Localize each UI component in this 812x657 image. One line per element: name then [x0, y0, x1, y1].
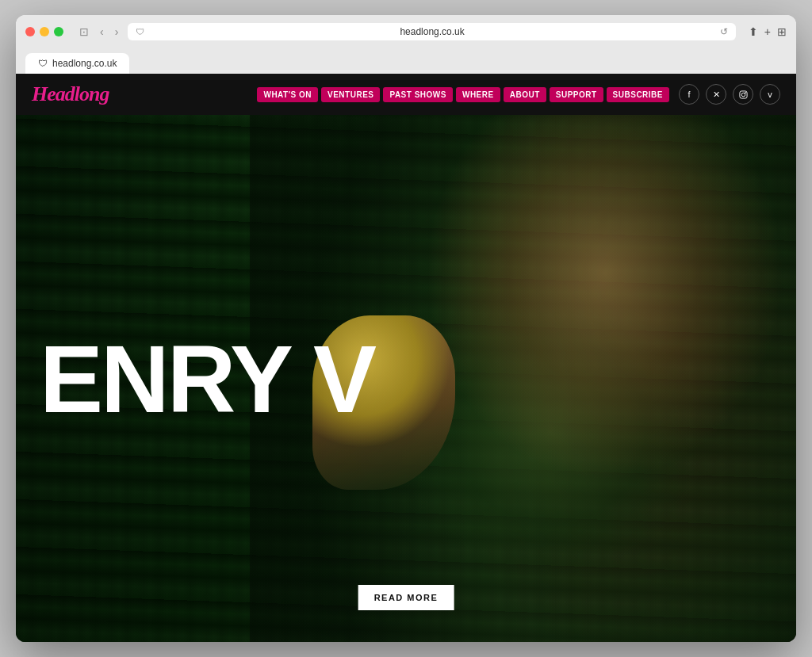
new-tab-icon[interactable]: + — [764, 25, 771, 38]
nav-ventures[interactable]: VENTURES — [321, 87, 380, 102]
reload-icon[interactable]: ↺ — [720, 26, 728, 37]
browser-chrome: ⊡ ‹ › 🛡 headlong.co.uk ↺ ⬆ + ⊞ 🛡 headlon… — [16, 15, 796, 74]
nav-subscribe[interactable]: SUBSCRIBE — [607, 87, 669, 102]
maximize-button[interactable] — [54, 27, 63, 36]
hero-title-text: ENRY V — [40, 326, 374, 432]
instagram-icon[interactable] — [733, 84, 753, 105]
minimize-button[interactable] — [40, 27, 49, 36]
site-logo[interactable]: Headlong — [32, 82, 109, 106]
svg-point-1 — [741, 93, 745, 97]
nav-support[interactable]: SUPPORT — [550, 87, 603, 102]
tab-bar: 🛡 headlong.co.uk — [25, 53, 787, 74]
nav-past-shows[interactable]: PAST SHOWS — [383, 87, 452, 102]
vimeo-icon[interactable]: v — [760, 84, 780, 105]
active-tab[interactable]: 🛡 headlong.co.uk — [25, 53, 129, 74]
share-icon[interactable]: ⬆ — [749, 25, 758, 38]
svg-rect-0 — [739, 90, 746, 97]
facebook-icon[interactable]: f — [679, 84, 699, 105]
site-nav: Headlong WHAT'S ON VENTURES PAST SHOWS W… — [16, 74, 796, 115]
sidebar-toggle-button[interactable]: ⊡ — [76, 24, 92, 40]
browser-content: Headlong WHAT'S ON VENTURES PAST SHOWS W… — [16, 74, 796, 642]
address-bar[interactable]: 🛡 headlong.co.uk ↺ — [128, 23, 735, 40]
nav-links: WHAT'S ON VENTURES PAST SHOWS WHERE ABOU… — [257, 87, 669, 102]
tab-favicon: 🛡 — [38, 58, 48, 69]
nav-about[interactable]: ABOUT — [504, 87, 546, 102]
security-icon: 🛡 — [136, 27, 144, 36]
nav-where[interactable]: WHERE — [456, 87, 500, 102]
hero-section: ENRY V READ MORE — [16, 115, 796, 642]
url-text: headlong.co.uk — [149, 26, 714, 37]
browser-window: ⊡ ‹ › 🛡 headlong.co.uk ↺ ⬆ + ⊞ 🛡 headlon… — [16, 15, 796, 642]
browser-controls: ⊡ ‹ › — [76, 24, 121, 40]
back-button[interactable]: ‹ — [97, 24, 107, 40]
traffic-lights — [25, 27, 63, 36]
svg-point-2 — [745, 92, 745, 93]
website: Headlong WHAT'S ON VENTURES PAST SHOWS W… — [16, 74, 796, 642]
tabs-icon[interactable]: ⊞ — [777, 25, 787, 38]
hero-title: ENRY V — [16, 331, 374, 426]
nav-whats-on[interactable]: WHAT'S ON — [257, 87, 318, 102]
forward-button[interactable]: › — [112, 24, 122, 40]
social-icons: f ✕ v — [679, 84, 780, 105]
browser-toolbar-right: ⬆ + ⊞ — [749, 25, 787, 38]
close-button[interactable] — [25, 27, 35, 36]
read-more-button[interactable]: READ MORE — [358, 585, 454, 610]
twitter-icon[interactable]: ✕ — [706, 84, 726, 105]
tab-title: headlong.co.uk — [52, 58, 117, 69]
browser-titlebar: ⊡ ‹ › 🛡 headlong.co.uk ↺ ⬆ + ⊞ — [25, 23, 787, 47]
